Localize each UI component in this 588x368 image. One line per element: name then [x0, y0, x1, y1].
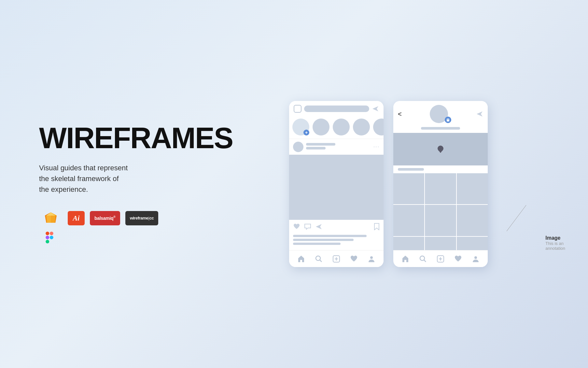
- phone2-header: <: [393, 101, 488, 126]
- svg-point-14: [316, 256, 320, 261]
- info-line: [398, 168, 424, 171]
- right-panel: + ···: [195, 81, 588, 287]
- more-options-icon: ···: [373, 144, 380, 150]
- svg-line-15: [320, 260, 322, 262]
- phone1-nav-bar: [289, 250, 384, 267]
- profile-badge: [445, 117, 451, 123]
- camera-icon: [294, 105, 301, 113]
- p2-nav-profile-icon: [472, 255, 480, 263]
- like-icon: [293, 223, 300, 230]
- story-circle-2: [333, 119, 350, 135]
- svg-point-19: [370, 256, 373, 259]
- comment-icon: [304, 223, 311, 230]
- post-image: [289, 155, 384, 220]
- post-avatar: [293, 142, 303, 152]
- info-bar: [393, 165, 488, 173]
- page-subtitle: Visual guides that represent the skeleta…: [39, 163, 163, 195]
- svg-point-26: [474, 256, 477, 259]
- caption-line-1: [293, 235, 367, 237]
- p2-nav-heart-icon: [454, 255, 462, 263]
- map-pin: [438, 146, 443, 153]
- story-circle-3: [353, 119, 370, 135]
- profile-avatar-container: [404, 105, 473, 123]
- phone2-nav-bar: [393, 250, 488, 267]
- phone-feed-wireframe: + ···: [289, 101, 384, 267]
- post-name-lines: [306, 143, 371, 151]
- left-panel: WIREFRAMES Visual guides that represent …: [0, 97, 195, 271]
- svg-point-21: [420, 256, 425, 261]
- tool-figma: [39, 231, 60, 245]
- story-circle-4: [373, 119, 384, 135]
- back-arrow-icon: <: [398, 110, 402, 118]
- svg-rect-20: [447, 120, 449, 121]
- name-line-1: [306, 143, 335, 146]
- post-actions: [289, 220, 384, 234]
- nav-search-icon: [315, 255, 323, 263]
- post-caption: [289, 234, 384, 250]
- annotation-text-block: Image This is an annotation: [545, 235, 565, 251]
- share-icon: [315, 223, 322, 230]
- name-line-2: [306, 147, 326, 149]
- grid-cell-5: [425, 205, 456, 236]
- grid-cell-2: [425, 173, 456, 204]
- tool-sketch: [39, 211, 63, 225]
- svg-rect-12: [46, 240, 49, 243]
- add-story-circle: +: [292, 119, 309, 135]
- story-circle-1: [313, 119, 329, 135]
- p2-nav-add-icon: [437, 255, 444, 263]
- lock-icon: [446, 118, 450, 122]
- svg-rect-11: [46, 235, 49, 239]
- nav-add-icon: [332, 255, 340, 263]
- phone2-send-icon: [476, 111, 483, 117]
- phone-profile-wireframe: <: [393, 101, 488, 267]
- grid-cell-4: [393, 205, 424, 236]
- grid-cell-1: [393, 173, 424, 204]
- caption-line-3: [293, 243, 341, 245]
- p2-nav-search-icon: [419, 255, 427, 263]
- svg-rect-10: [50, 232, 53, 235]
- post-header: ···: [289, 139, 384, 155]
- grid-cell-3: [457, 173, 488, 204]
- username-bar: [393, 126, 488, 133]
- p2-nav-home-icon: [401, 255, 409, 263]
- nav-heart-icon: [350, 255, 358, 263]
- annotation-line: [507, 205, 533, 231]
- tool-wireframecc: wireframe|cc: [125, 211, 159, 225]
- phone1-header: [289, 101, 384, 115]
- svg-line-27: [507, 205, 526, 231]
- grid-cell-6: [457, 205, 488, 236]
- svg-rect-9: [46, 232, 49, 235]
- nav-home-icon: [297, 255, 305, 263]
- map-area: [393, 133, 488, 165]
- caption-line-2: [293, 239, 354, 241]
- nav-profile-icon: [368, 255, 375, 263]
- search-bar: [304, 106, 369, 112]
- page-title: WIREFRAMES: [39, 123, 169, 153]
- svg-line-22: [424, 260, 426, 262]
- tool-balsamiq: balsamiq®: [90, 211, 120, 225]
- annotation-subtitle: This is an annotation: [545, 241, 565, 251]
- tool-illustrator: Ai: [68, 211, 85, 225]
- annotation-title: Image: [545, 235, 565, 241]
- svg-marker-6: [46, 212, 55, 216]
- svg-point-13: [50, 235, 53, 239]
- username-line: [421, 127, 460, 130]
- stories-row: +: [289, 115, 384, 139]
- tools-row: Ai balsamiq® wireframe|cc: [39, 211, 169, 245]
- bookmark-icon: [374, 223, 380, 230]
- send-icon: [372, 106, 379, 112]
- add-plus-badge: +: [303, 130, 309, 135]
